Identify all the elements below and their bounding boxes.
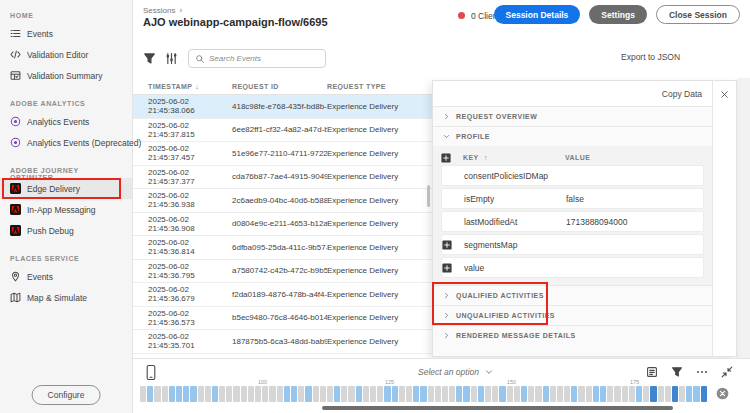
session-details-button[interactable]: Session Details <box>494 5 581 24</box>
timeline-segment[interactable] <box>686 386 692 402</box>
timeline-segment[interactable] <box>327 386 333 402</box>
timeline-segment[interactable] <box>507 386 513 402</box>
timeline-segment[interactable] <box>154 386 160 402</box>
timeline-segment[interactable] <box>269 386 275 402</box>
timeline-segment[interactable] <box>284 386 290 402</box>
collapse-icon[interactable] <box>721 366 733 378</box>
timeline-segment[interactable] <box>176 386 182 402</box>
timeline-segment[interactable] <box>384 386 390 402</box>
timeline-segment[interactable] <box>485 386 491 402</box>
timeline-segment[interactable] <box>636 386 642 402</box>
timeline-segment[interactable] <box>693 386 699 402</box>
sidebar-item-in-app-messaging[interactable]: In-App Messaging <box>0 199 132 220</box>
timeline-segment[interactable] <box>643 386 649 402</box>
timeline-segment[interactable] <box>399 386 405 402</box>
timeline-segment[interactable] <box>212 386 218 402</box>
timeline-segment[interactable] <box>593 386 599 402</box>
copy-data-button[interactable]: Copy Data <box>657 89 702 99</box>
section-qualified-activities[interactable]: QUALIFIED ACTIVITIES <box>433 285 712 305</box>
timeline-segment[interactable] <box>169 386 175 402</box>
timeline-segment[interactable] <box>363 386 369 402</box>
timeline-segment[interactable] <box>442 386 448 402</box>
key-column-header[interactable]: KEY ↑ <box>463 154 565 161</box>
timeline-segment[interactable] <box>463 386 469 402</box>
timeline-segment[interactable] <box>341 386 347 402</box>
sidebar-item-edge-delivery[interactable]: Edge Delivery <box>0 178 132 199</box>
timeline-segment[interactable] <box>413 386 419 402</box>
timeline-segment[interactable] <box>428 386 434 402</box>
timeline-segment[interactable] <box>658 386 664 402</box>
timeline-segment[interactable] <box>406 386 412 402</box>
notes-icon[interactable] <box>646 366 658 378</box>
timeline-segment[interactable] <box>492 386 498 402</box>
timeline-segment[interactable] <box>248 386 254 402</box>
sidebar-item-analytics-events-deprecated[interactable]: Analytics Events (Deprecated) <box>0 132 132 153</box>
filter-icon[interactable] <box>143 52 156 65</box>
timeline-segment[interactable] <box>578 386 584 402</box>
timeline-segment[interactable] <box>665 386 671 402</box>
table-scrollbar-thumb[interactable] <box>427 185 430 207</box>
timeline-segment[interactable] <box>543 386 549 402</box>
timeline-segment[interactable] <box>392 386 398 402</box>
column-timestamp[interactable]: TIMESTAMP↓ <box>133 83 232 90</box>
settings-button[interactable]: Settings <box>589 5 647 24</box>
close-icon[interactable] <box>720 90 729 99</box>
timeline-segment[interactable] <box>514 386 520 402</box>
sidebar-item-analytics-events[interactable]: Analytics Events <box>0 111 132 132</box>
timeline-segment[interactable] <box>435 386 441 402</box>
timeline-segment[interactable] <box>226 386 232 402</box>
expand-plus-icon[interactable] <box>442 263 452 273</box>
configure-button[interactable]: Configure <box>32 385 101 405</box>
timeline-segment[interactable] <box>255 386 261 402</box>
more-options-icon[interactable] <box>696 366 708 378</box>
sidebar-item-map-simulate[interactable]: Map & Simulate <box>0 287 132 308</box>
timeline-segment[interactable] <box>277 386 283 402</box>
section-request-overview[interactable]: REQUEST OVERVIEW <box>433 106 712 126</box>
timeline-segment[interactable] <box>701 386 707 402</box>
timeline-filter-icon[interactable] <box>671 366 683 378</box>
value-column-header[interactable]: VALUE <box>565 154 704 161</box>
timeline-segment[interactable] <box>614 386 620 402</box>
timeline-segment[interactable] <box>571 386 577 402</box>
timeline-segment[interactable] <box>557 386 563 402</box>
timeline-segment[interactable] <box>420 386 426 402</box>
sidebar-item-push-debug[interactable]: Push Debug <box>0 220 132 241</box>
timeline-segment[interactable] <box>679 386 685 402</box>
timeline-segment[interactable] <box>622 386 628 402</box>
timeline-segment[interactable] <box>205 386 211 402</box>
timeline-segment[interactable] <box>183 386 189 402</box>
column-settings-icon[interactable] <box>165 52 178 65</box>
timeline-segment[interactable] <box>219 386 225 402</box>
timeline-segment[interactable] <box>629 386 635 402</box>
horizontal-scrollbar-thumb[interactable] <box>322 406 673 410</box>
sidebar-item-validation-summary[interactable]: Validation Summary <box>0 65 132 86</box>
timeline-segment[interactable] <box>233 386 239 402</box>
sidebar-item-validation-editor[interactable]: Validation Editor <box>0 44 132 65</box>
sidebar-item-events[interactable]: Events <box>0 266 132 287</box>
timeline-segment[interactable] <box>298 386 304 402</box>
timeline-segment[interactable] <box>348 386 354 402</box>
timeline-segment[interactable] <box>334 386 340 402</box>
timeline-segment[interactable] <box>672 386 678 402</box>
timeline-segment[interactable] <box>550 386 556 402</box>
timeline-segment[interactable] <box>456 386 462 402</box>
expand-all-icon[interactable] <box>441 153 451 163</box>
timeline-segment[interactable] <box>528 386 534 402</box>
timeline-segment[interactable] <box>600 386 606 402</box>
timeline-clear-icon[interactable] <box>716 387 729 400</box>
section-rendered-message-details[interactable]: RENDERED MESSAGE DETAILS <box>433 325 712 345</box>
timeline-segment[interactable] <box>190 386 196 402</box>
timeline-segment[interactable] <box>377 386 383 402</box>
timeline-segment[interactable] <box>449 386 455 402</box>
timeline-segment[interactable] <box>305 386 311 402</box>
timeline-segment[interactable] <box>356 386 362 402</box>
timeline-segment[interactable] <box>140 386 146 402</box>
timeline-segment[interactable] <box>564 386 570 402</box>
select-option-dropdown[interactable]: Select an option <box>418 367 493 377</box>
expand-plus-icon[interactable] <box>442 240 452 250</box>
timeline-segment[interactable] <box>607 386 613 402</box>
timeline-segment[interactable] <box>650 386 656 402</box>
timeline-segment[interactable] <box>241 386 247 402</box>
timeline-segment[interactable] <box>535 386 541 402</box>
timeline-segment[interactable] <box>291 386 297 402</box>
